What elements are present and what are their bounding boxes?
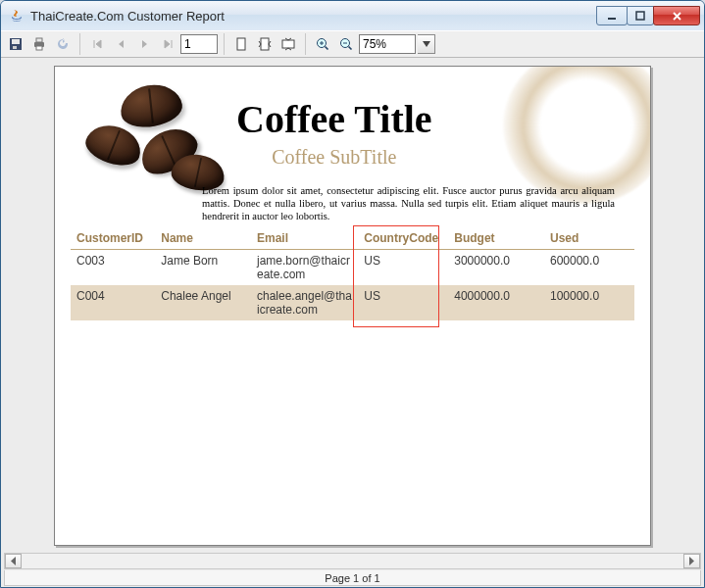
svg-rect-1: [636, 12, 644, 20]
save-button[interactable]: [5, 33, 26, 55]
col-email: Email: [251, 227, 358, 250]
maximize-button[interactable]: [627, 6, 654, 25]
zoom-dropdown-button[interactable]: [418, 34, 435, 54]
scroll-track[interactable]: [22, 554, 683, 568]
svg-rect-11: [282, 40, 294, 48]
prev-page-button[interactable]: [110, 33, 131, 55]
report-description: Lorem ipsum dolor sit amet, consectetur …: [202, 184, 615, 222]
report-table: CustomerID Name Email CountryCode Budget…: [71, 227, 634, 320]
svg-rect-9: [237, 38, 245, 50]
table-header-row: CustomerID Name Email CountryCode Budget…: [71, 227, 634, 250]
report-table-wrap: CustomerID Name Email CountryCode Budget…: [71, 227, 634, 320]
window-title: ThaiCreate.Com Customer Report: [30, 9, 597, 24]
svg-rect-10: [261, 38, 269, 50]
separator: [224, 33, 225, 55]
svg-rect-0: [608, 18, 616, 20]
titlebar[interactable]: ThaiCreate.Com Customer Report: [1, 1, 704, 30]
cell: Jame Born: [155, 250, 251, 286]
cell: 4000000.0: [448, 285, 544, 320]
last-page-button[interactable]: [157, 33, 178, 55]
scroll-right-button[interactable]: [683, 554, 700, 568]
scroll-left-button[interactable]: [5, 554, 22, 568]
cell: C004: [71, 285, 155, 320]
cell: Chalee Angel: [155, 285, 251, 320]
reload-button[interactable]: [52, 33, 74, 55]
next-page-button[interactable]: [133, 33, 155, 55]
table-row: C004 Chalee Angel chalee.angel@thaicreat…: [71, 285, 634, 320]
minimize-button[interactable]: [596, 6, 628, 25]
print-button[interactable]: [28, 33, 50, 55]
java-icon: [9, 8, 25, 24]
col-budget: Budget: [448, 227, 544, 250]
report-page: Coffee Title Coffee SubTitle Lorem ipsum…: [54, 66, 651, 546]
cell: jame.born@thaicreate.com: [251, 250, 358, 286]
report-viewer: Coffee Title Coffee SubTitle Lorem ipsum…: [1, 58, 704, 587]
cell: US: [358, 285, 448, 320]
toolbar: [1, 30, 704, 58]
separator: [305, 33, 306, 55]
horizontal-scrollbar[interactable]: [4, 553, 701, 569]
cell: 100000.0: [544, 285, 634, 320]
col-countrycode: CountryCode: [358, 227, 448, 250]
page-number-input[interactable]: [180, 34, 218, 54]
close-button[interactable]: [653, 6, 700, 25]
svg-rect-7: [36, 38, 42, 42]
svg-rect-8: [36, 46, 42, 50]
cell: chalee.angel@thaicreate.com: [251, 285, 358, 320]
zoom-out-button[interactable]: [335, 33, 357, 55]
table-row: C003 Jame Born jame.born@thaicreate.com …: [71, 250, 634, 286]
cell: 600000.0: [544, 250, 634, 286]
col-name: Name: [155, 227, 251, 250]
first-page-button[interactable]: [86, 33, 108, 55]
actual-size-button[interactable]: [230, 33, 252, 55]
page-indicator: Page 1 of 1: [325, 572, 379, 584]
report-title: Coffee Title: [236, 96, 432, 142]
svg-rect-3: [12, 39, 20, 44]
cell: US: [358, 250, 448, 286]
page-footer: Page 1 of 1: [4, 570, 701, 586]
coffee-stain-image: [503, 66, 651, 204]
col-customerid: CustomerID: [71, 227, 155, 250]
svg-rect-5: [17, 46, 19, 49]
separator: [79, 33, 80, 55]
coffee-beans-image: [78, 86, 226, 194]
window-buttons: [597, 6, 700, 25]
zoom-input[interactable]: [359, 34, 416, 54]
col-used: Used: [544, 227, 634, 250]
paper-area: Coffee Title Coffee SubTitle Lorem ipsum…: [54, 66, 651, 546]
window-frame: ThaiCreate.Com Customer Report: [0, 0, 705, 588]
report-subtitle: Coffee SubTitle: [236, 146, 432, 169]
fit-page-button[interactable]: [254, 33, 276, 55]
cell: 3000000.0: [448, 250, 544, 286]
fit-width-button[interactable]: [277, 33, 299, 55]
cell: C003: [71, 250, 155, 286]
zoom-in-button[interactable]: [312, 33, 333, 55]
